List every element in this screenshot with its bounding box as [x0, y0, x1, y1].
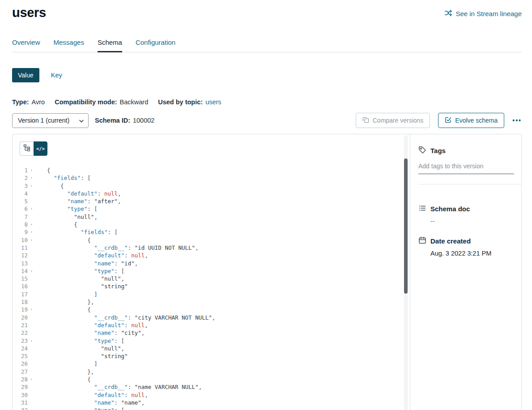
code-text: "default": null,	[35, 190, 121, 197]
line-number: 19	[13, 306, 28, 313]
stream-lineage-icon	[444, 9, 452, 18]
code-line: 21 "default": null,	[13, 321, 403, 329]
fold-spacer	[28, 368, 35, 376]
fold-spacer	[28, 383, 35, 391]
code-text: ]	[35, 290, 98, 298]
meta-compatibility: Compatibility mode: Backward	[55, 98, 148, 106]
tab-messages[interactable]: Messages	[54, 38, 84, 46]
schema-id: Schema ID: 100002	[95, 117, 154, 124]
code-text: "fields": [	[35, 174, 91, 182]
schema-sidebar: Tags Schema doc --	[410, 134, 521, 410]
code-line: 19▾ {	[13, 306, 403, 313]
code-text: {	[35, 221, 77, 228]
code-text: "string"	[35, 282, 128, 290]
code-line: 12 "default": null,	[13, 252, 403, 259]
code-line: 31 "name": "name",	[13, 399, 403, 406]
evolve-schema-button[interactable]: Evolve schema	[438, 113, 504, 128]
stream-lineage-link[interactable]: See in Stream lineage	[444, 9, 522, 18]
tab-overview[interactable]: Overview	[12, 38, 40, 46]
line-number: 25	[13, 352, 28, 360]
code-line: 1▾{	[13, 167, 403, 174]
code-text: "default": null,	[35, 321, 148, 329]
code-text: {	[35, 182, 64, 190]
fold-toggle-icon[interactable]: ▾	[28, 182, 35, 190]
sidebar-divider	[418, 184, 521, 184]
code-text: {	[35, 306, 91, 313]
line-number: 23	[13, 337, 28, 345]
fold-toggle-icon[interactable]: ▾	[28, 167, 35, 174]
tag-icon	[418, 146, 426, 155]
code-line: 3▾ {	[13, 182, 403, 190]
fold-toggle-icon[interactable]: ▾	[28, 236, 35, 244]
key-tab-button[interactable]: Key	[51, 72, 62, 79]
evolve-schema-label: Evolve schema	[455, 117, 498, 124]
schema-content: </> 1▾{2▾ "fields": [3▾ {4 "default": nu…	[12, 134, 522, 410]
fold-toggle-icon[interactable]: ▾	[28, 376, 35, 383]
code-line: 29 "__crdb__": "name VARCHAR NULL",	[13, 383, 403, 391]
evolve-icon	[445, 116, 451, 124]
fold-toggle-icon[interactable]: ▾	[28, 306, 35, 313]
value-tab-button[interactable]: Value	[12, 68, 39, 82]
fold-spacer	[28, 275, 35, 282]
line-number: 4	[13, 190, 28, 197]
fold-toggle-icon[interactable]: ▾	[28, 267, 35, 275]
add-tags-input[interactable]	[418, 162, 514, 174]
code-line: 9▾ "fields": [	[13, 228, 403, 236]
tags-title: Tags	[430, 147, 446, 154]
line-number: 31	[13, 399, 28, 406]
code-text: {	[35, 236, 91, 244]
line-number: 9	[13, 228, 28, 236]
fold-spacer	[28, 329, 35, 337]
code-line: 20 "__crdb__": "city VARCHAR NOT NULL",	[13, 314, 403, 321]
topic-link[interactable]: users	[205, 98, 221, 106]
fold-spacer	[28, 314, 35, 321]
code-area[interactable]: 1▾{2▾ "fields": [3▾ {4 "default": null,5…	[13, 167, 403, 410]
line-number: 7	[13, 213, 28, 221]
line-number: 1	[13, 167, 28, 174]
code-view-button[interactable]: </>	[34, 141, 47, 156]
tags-section-header: Tags	[418, 146, 514, 155]
code-line: 27 },	[13, 368, 403, 376]
code-line: 13 "name": "id",	[13, 260, 403, 267]
compatibility-value: Backward	[120, 98, 149, 106]
schema-doc-title: Schema doc	[430, 205, 470, 213]
version-select[interactable]: Version 1 (current)	[12, 113, 89, 128]
more-options-button[interactable]: •••	[512, 115, 522, 126]
code-text: },	[35, 298, 94, 306]
tree-view-button[interactable]	[20, 141, 34, 156]
fold-spacer	[28, 252, 35, 259]
compare-versions-button[interactable]: Compare versions	[356, 113, 430, 128]
editor-scrollbar-thumb[interactable]	[404, 158, 408, 294]
code-view-icon: </>	[36, 146, 45, 151]
code-text: "default": null,	[35, 391, 148, 399]
controls-row: Version 1 (current) Schema ID: 100002 Co…	[12, 113, 522, 128]
line-number: 17	[13, 290, 28, 298]
schema-part-segment: Value Key	[12, 68, 522, 82]
fold-toggle-icon[interactable]: ▾	[28, 337, 35, 345]
type-label: Type:	[12, 98, 29, 106]
tab-schema[interactable]: Schema	[98, 38, 122, 46]
fold-toggle-icon[interactable]: ▾	[28, 228, 35, 236]
code-text: ]	[35, 360, 98, 367]
type-value: Avro	[32, 98, 45, 106]
fold-toggle-icon[interactable]: ▾	[28, 221, 35, 228]
tab-configuration[interactable]: Configuration	[136, 38, 175, 46]
fold-toggle-icon[interactable]: ▾	[28, 406, 35, 410]
meta-used-by-topic: Used by topic: users	[158, 98, 221, 106]
code-text: "__crdb__": "id UUID NOT NULL",	[35, 244, 199, 252]
fold-toggle-icon[interactable]: ▾	[28, 174, 35, 182]
code-line: 32▾ "type": [	[13, 406, 403, 410]
fold-spacer	[28, 360, 35, 367]
code-text: "type": [	[35, 337, 124, 345]
code-text: "fields": [	[35, 228, 118, 236]
code-text: "name": "city",	[35, 329, 145, 337]
code-line: 11 "__crdb__": "id UUID NOT NULL",	[13, 244, 403, 252]
fold-toggle-icon[interactable]: ▾	[28, 205, 35, 213]
code-text: "name": "after",	[35, 197, 121, 205]
tree-view-icon	[23, 144, 30, 153]
date-created-title: Date created	[430, 237, 471, 245]
code-text: "null",	[35, 213, 98, 221]
fold-spacer	[28, 282, 35, 290]
code-line: 15 "null",	[13, 275, 403, 282]
schema-editor: </> 1▾{2▾ "fields": [3▾ {4 "default": nu…	[13, 134, 410, 410]
